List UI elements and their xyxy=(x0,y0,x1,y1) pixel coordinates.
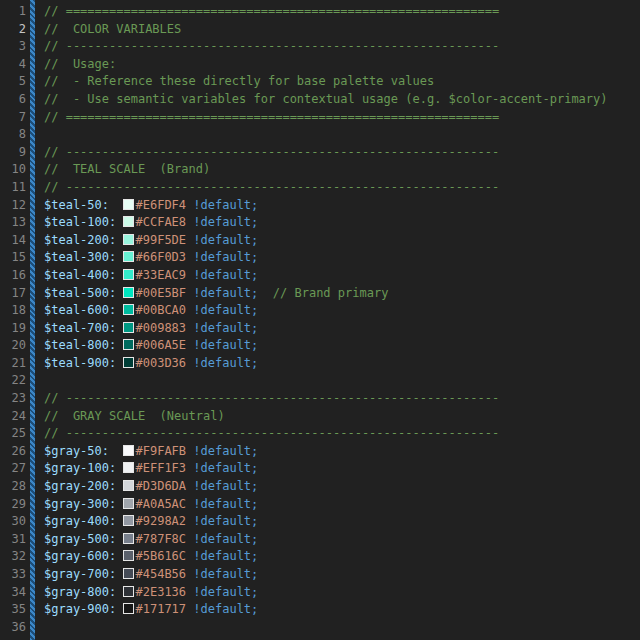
line-number[interactable]: 19 xyxy=(0,320,26,338)
code-line[interactable]: 15$teal-300: #66F0D3 !default; xyxy=(0,249,640,267)
code-line[interactable]: 3// ------------------------------------… xyxy=(0,38,640,56)
color-swatch[interactable] xyxy=(123,533,134,544)
code-line[interactable]: 27$gray-100: #EFF1F3 !default; xyxy=(0,460,640,478)
code-line[interactable]: 16$teal-400: #33EAC9 !default; xyxy=(0,267,640,285)
line-number[interactable]: 9 xyxy=(0,144,26,162)
color-swatch[interactable] xyxy=(123,339,134,350)
code-line[interactable]: 12$teal-50: #E6FDF4 !default; xyxy=(0,197,640,215)
code-text: // -------------------------------------… xyxy=(44,144,499,162)
line-number[interactable]: 7 xyxy=(0,109,26,127)
line-number[interactable]: 16 xyxy=(0,267,26,285)
color-swatch[interactable] xyxy=(123,199,134,210)
color-swatch[interactable] xyxy=(123,603,134,614)
code-line[interactable]: 7// ====================================… xyxy=(0,109,640,127)
code-line[interactable]: 35$gray-900: #171717 !default; xyxy=(0,601,640,619)
line-number[interactable]: 33 xyxy=(0,566,26,584)
line-number[interactable]: 6 xyxy=(0,91,26,109)
line-number[interactable]: 22 xyxy=(0,372,26,390)
code-line[interactable]: 32$gray-600: #5B616C !default; xyxy=(0,548,640,566)
code-line[interactable]: 30$gray-400: #9298A2 !default; xyxy=(0,513,640,531)
line-number[interactable]: 27 xyxy=(0,460,26,478)
line-number[interactable]: 11 xyxy=(0,179,26,197)
code-line[interactable]: 22 xyxy=(0,372,640,390)
code-text: $gray-900: #171717 !default; xyxy=(44,601,258,619)
code-line[interactable]: 31$gray-500: #787F8C !default; xyxy=(0,531,640,549)
color-swatch[interactable] xyxy=(123,515,134,526)
code-line[interactable]: 8 xyxy=(0,126,640,144)
code-line[interactable]: 4// Usage: xyxy=(0,56,640,74)
code-line[interactable]: 24// GRAY SCALE (Neutral) xyxy=(0,408,640,426)
color-swatch[interactable] xyxy=(123,234,134,245)
code-line[interactable]: 14$teal-200: #99F5DE !default; xyxy=(0,232,640,250)
line-number[interactable]: 34 xyxy=(0,584,26,602)
code-line[interactable]: 29$gray-300: #A0A5AC !default; xyxy=(0,496,640,514)
code-line[interactable]: 10// TEAL SCALE (Brand) xyxy=(0,161,640,179)
line-number[interactable]: 32 xyxy=(0,548,26,566)
line-number[interactable]: 10 xyxy=(0,161,26,179)
line-number[interactable]: 1 xyxy=(0,3,26,21)
line-number[interactable]: 28 xyxy=(0,478,26,496)
code-line[interactable]: 2// COLOR VARIABLES xyxy=(0,21,640,39)
color-swatch[interactable] xyxy=(123,269,134,280)
code-line[interactable]: 28$gray-200: #D3D6DA !default; xyxy=(0,478,640,496)
line-number[interactable]: 13 xyxy=(0,214,26,232)
color-swatch[interactable] xyxy=(123,550,134,561)
line-number[interactable]: 8 xyxy=(0,126,26,144)
token-punct: ; xyxy=(251,602,258,616)
code-line[interactable]: 13$teal-100: #CCFAE8 !default; xyxy=(0,214,640,232)
line-number[interactable]: 17 xyxy=(0,285,26,303)
code-line[interactable]: 33$gray-700: #454B56 !default; xyxy=(0,566,640,584)
color-swatch[interactable] xyxy=(123,498,134,509)
code-line[interactable]: 5// - Reference these directly for base … xyxy=(0,73,640,91)
token-value: #5B616C xyxy=(135,549,186,563)
color-swatch[interactable] xyxy=(123,568,134,579)
color-swatch[interactable] xyxy=(123,322,134,333)
line-number[interactable]: 30 xyxy=(0,513,26,531)
code-line[interactable]: 23// -----------------------------------… xyxy=(0,390,640,408)
line-number[interactable]: 26 xyxy=(0,443,26,461)
line-number[interactable]: 29 xyxy=(0,496,26,514)
color-swatch[interactable] xyxy=(123,357,134,368)
code-line[interactable]: 25// -----------------------------------… xyxy=(0,425,640,443)
color-swatch[interactable] xyxy=(123,287,134,298)
line-number[interactable]: 3 xyxy=(0,38,26,56)
code-line[interactable]: 1// ====================================… xyxy=(0,3,640,21)
code-line[interactable]: 6// - Use semantic variables for context… xyxy=(0,91,640,109)
token-keyword: !default xyxy=(193,444,251,458)
line-number[interactable]: 14 xyxy=(0,232,26,250)
line-number[interactable]: 4 xyxy=(0,56,26,74)
line-number[interactable]: 24 xyxy=(0,408,26,426)
color-swatch[interactable] xyxy=(123,251,134,262)
token-comment: // COLOR VARIABLES xyxy=(44,22,181,36)
code-editor[interactable]: 1// ====================================… xyxy=(0,0,640,640)
code-line[interactable]: 26$gray-50: #F9FAFB !default; xyxy=(0,443,640,461)
color-swatch[interactable] xyxy=(123,304,134,315)
line-number[interactable]: 18 xyxy=(0,302,26,320)
line-number[interactable]: 25 xyxy=(0,425,26,443)
line-number[interactable]: 20 xyxy=(0,337,26,355)
code-line[interactable]: 36 xyxy=(0,619,640,637)
code-line[interactable]: 19$teal-700: #009883 !default; xyxy=(0,320,640,338)
code-line[interactable]: 20$teal-800: #006A5E !default; xyxy=(0,337,640,355)
color-swatch[interactable] xyxy=(123,480,134,491)
line-number[interactable]: 2 xyxy=(0,21,26,39)
color-swatch[interactable] xyxy=(123,586,134,597)
line-number[interactable]: 12 xyxy=(0,197,26,215)
line-number[interactable]: 5 xyxy=(0,73,26,91)
line-number[interactable]: 35 xyxy=(0,601,26,619)
color-swatch[interactable] xyxy=(123,216,134,227)
line-number[interactable]: 21 xyxy=(0,355,26,373)
code-line[interactable]: 21$teal-900: #003D36 !default; xyxy=(0,355,640,373)
code-text: $teal-800: #006A5E !default; xyxy=(44,337,258,355)
code-line[interactable]: 11// -----------------------------------… xyxy=(0,179,640,197)
code-line[interactable]: 17$teal-500: #00E5BF !default; // Brand … xyxy=(0,285,640,303)
code-line[interactable]: 34$gray-800: #2E3136 !default; xyxy=(0,584,640,602)
color-swatch[interactable] xyxy=(123,445,134,456)
line-number[interactable]: 23 xyxy=(0,390,26,408)
line-number[interactable]: 31 xyxy=(0,531,26,549)
line-number[interactable]: 36 xyxy=(0,619,26,637)
code-line[interactable]: 9// ------------------------------------… xyxy=(0,144,640,162)
line-number[interactable]: 15 xyxy=(0,249,26,267)
color-swatch[interactable] xyxy=(123,462,134,473)
code-line[interactable]: 18$teal-600: #00BCA0 !default; xyxy=(0,302,640,320)
